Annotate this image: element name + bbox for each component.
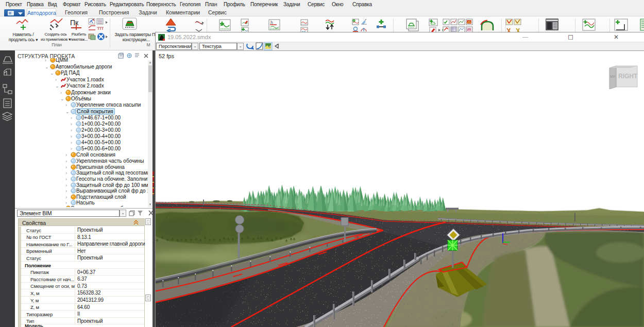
svg-text:52 fps: 52 fps — [159, 53, 174, 59]
svg-text:МИ: МИ — [610, 75, 616, 78]
svg-text:Пк: Пк — [70, 19, 79, 27]
svg-text:RIGHT: RIGHT — [618, 73, 638, 80]
